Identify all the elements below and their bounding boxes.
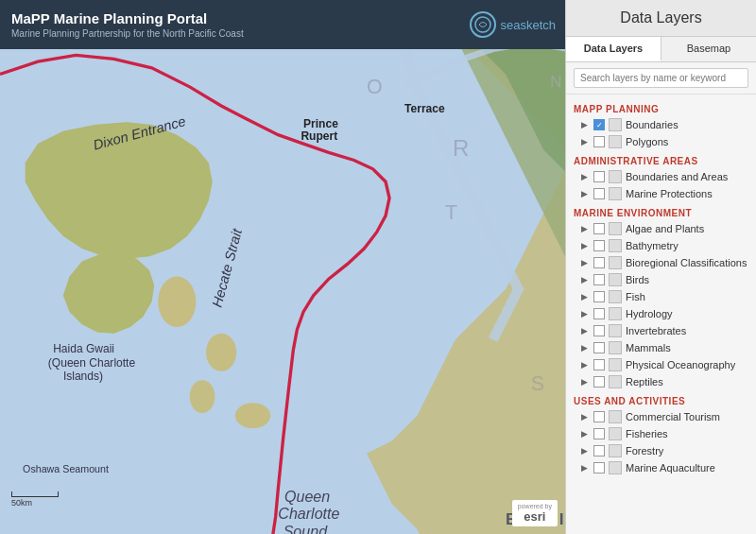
layer-icon xyxy=(609,307,622,320)
layer-label: Reptiles xyxy=(626,376,663,388)
seasketch-label: seasketch xyxy=(500,18,556,32)
expand-arrow[interactable]: ▶ xyxy=(581,137,591,146)
expand-arrow[interactable]: ▶ xyxy=(581,343,591,353)
expand-arrow[interactable]: ▶ xyxy=(581,275,591,284)
layer-item-polygons[interactable]: ▶ Polygons xyxy=(566,133,756,150)
svg-text:Prince: Prince xyxy=(303,117,338,130)
layer-label: Birds xyxy=(626,274,649,285)
svg-text:Sound: Sound xyxy=(284,523,328,534)
expand-arrow[interactable]: ▶ xyxy=(581,429,591,439)
layer-checkbox[interactable] xyxy=(593,171,605,182)
layer-icon xyxy=(609,375,622,388)
search-bar xyxy=(566,62,756,95)
layer-label: Fish xyxy=(626,291,645,302)
layer-icon xyxy=(609,187,622,200)
layer-item-mammals[interactable]: ▶ Mammals xyxy=(566,339,756,356)
layer-checkbox[interactable] xyxy=(593,223,605,234)
expand-arrow[interactable]: ▶ xyxy=(581,326,591,336)
svg-text:Islands): Islands) xyxy=(63,370,103,383)
layer-icon xyxy=(609,358,622,371)
layer-checkbox[interactable] xyxy=(593,240,605,251)
layer-checkbox[interactable] xyxy=(593,257,605,268)
expand-arrow[interactable]: ▶ xyxy=(581,172,591,181)
svg-text:Terrace: Terrace xyxy=(404,102,445,115)
layer-item-reptiles[interactable]: ▶ Reptiles xyxy=(566,373,756,390)
layer-checkbox[interactable] xyxy=(593,376,605,388)
svg-text:Charlotte: Charlotte xyxy=(278,505,339,522)
expand-arrow[interactable]: ▶ xyxy=(581,360,591,370)
expand-arrow[interactable]: ▶ xyxy=(581,463,591,473)
layer-label: Physical Oceanography xyxy=(626,359,735,370)
layer-label: Mammals xyxy=(626,342,671,353)
expand-arrow[interactable]: ▶ xyxy=(581,189,591,198)
svg-text:Rupert: Rupert xyxy=(301,129,337,143)
layer-item-fisheries[interactable]: ▶ Fisheries xyxy=(566,425,756,442)
layer-icon xyxy=(609,427,622,440)
expand-arrow[interactable]: ▶ xyxy=(581,120,591,129)
group-header-admin: ADMINISTRATIVE AREAS xyxy=(566,150,756,168)
layer-item-physical-ocean[interactable]: ▶ Physical Oceanography xyxy=(566,356,756,373)
svg-point-1 xyxy=(158,277,196,328)
layer-icon xyxy=(609,239,622,252)
layer-icon xyxy=(609,324,622,337)
layer-checkbox[interactable] xyxy=(593,291,605,302)
layer-checkbox-boundaries[interactable] xyxy=(593,119,605,130)
layer-checkbox[interactable] xyxy=(593,325,605,336)
layer-item-hydrology[interactable]: ▶ Hydrology xyxy=(566,305,756,322)
layer-checkbox[interactable] xyxy=(593,411,605,422)
layer-icon xyxy=(609,410,622,423)
expand-arrow[interactable]: ▶ xyxy=(581,309,591,319)
expand-arrow[interactable]: ▶ xyxy=(581,258,591,267)
layer-item-boundaries-areas[interactable]: ▶ Boundaries and Areas xyxy=(566,168,756,185)
layer-item-bioregional[interactable]: ▶ Bioregional Classifications xyxy=(566,254,756,271)
expand-arrow[interactable]: ▶ xyxy=(581,241,591,250)
svg-point-2 xyxy=(206,334,236,371)
layer-checkbox[interactable] xyxy=(593,342,605,353)
layer-checkbox[interactable] xyxy=(593,359,605,370)
layer-checkbox-polygons[interactable] xyxy=(593,136,605,147)
layer-checkbox[interactable] xyxy=(593,274,605,285)
layer-item-boundaries[interactable]: ▶ Boundaries xyxy=(566,116,756,133)
layer-label: Hydrology xyxy=(626,308,673,319)
layer-item-algae[interactable]: ▶ Algae and Plants xyxy=(566,220,756,237)
layer-checkbox[interactable] xyxy=(593,462,605,474)
layer-label: Marine Aquaculture xyxy=(626,462,715,474)
expand-arrow[interactable]: ▶ xyxy=(581,377,591,387)
layer-item-bathymetry[interactable]: ▶ Bathymetry xyxy=(566,237,756,254)
app-title: MaPP Marine Planning Portal xyxy=(11,10,470,26)
layer-item-marine-aquaculture[interactable]: ▶ Marine Aquaculture xyxy=(566,459,756,476)
expand-arrow[interactable]: ▶ xyxy=(581,292,591,301)
expand-arrow[interactable]: ▶ xyxy=(581,446,591,456)
layer-item-marine-protections[interactable]: ▶ Marine Protections xyxy=(566,185,756,202)
layers-panel: Data Layers Data Layers Basemap MAPP PLA… xyxy=(565,0,756,534)
seasketch-brand: seasketch xyxy=(470,11,556,38)
layer-label: Fisheries xyxy=(626,428,668,439)
layer-icon xyxy=(609,461,622,474)
layer-checkbox[interactable] xyxy=(593,308,605,319)
esri-brand-text: esri xyxy=(524,509,545,524)
layer-label: Boundaries xyxy=(626,119,679,130)
layer-checkbox[interactable] xyxy=(593,188,605,199)
layer-item-forestry[interactable]: ▶ Forestry xyxy=(566,442,756,459)
layers-list: MAPP PLANNING ▶ Boundaries ▶ Polygons AD… xyxy=(566,95,756,534)
svg-text:T: T xyxy=(445,201,457,224)
layer-icon xyxy=(609,135,622,148)
layer-icon xyxy=(609,273,622,286)
group-header-uses: USES AND ACTIVITIES xyxy=(566,390,756,408)
svg-text:Oshawa Seamount: Oshawa Seamount xyxy=(23,463,109,474)
layer-checkbox[interactable] xyxy=(593,428,605,439)
search-input[interactable] xyxy=(574,68,748,88)
svg-text:Queen: Queen xyxy=(284,488,330,505)
layer-item-commercial-tourism[interactable]: ▶ Commercial Tourism xyxy=(566,408,756,425)
panel-title: Data Layers xyxy=(620,9,701,26)
layer-checkbox[interactable] xyxy=(593,445,605,456)
expand-arrow[interactable]: ▶ xyxy=(581,412,591,422)
layer-label: Commercial Tourism xyxy=(626,411,720,422)
panel-header: Data Layers xyxy=(566,0,756,37)
expand-arrow[interactable]: ▶ xyxy=(581,224,591,233)
layer-item-birds[interactable]: ▶ Birds xyxy=(566,271,756,288)
tab-data-layers[interactable]: Data Layers xyxy=(566,37,662,61)
layer-item-fish[interactable]: ▶ Fish xyxy=(566,288,756,305)
tab-basemap[interactable]: Basemap xyxy=(662,37,756,61)
layer-item-invertebrates[interactable]: ▶ Invertebrates xyxy=(566,322,756,339)
